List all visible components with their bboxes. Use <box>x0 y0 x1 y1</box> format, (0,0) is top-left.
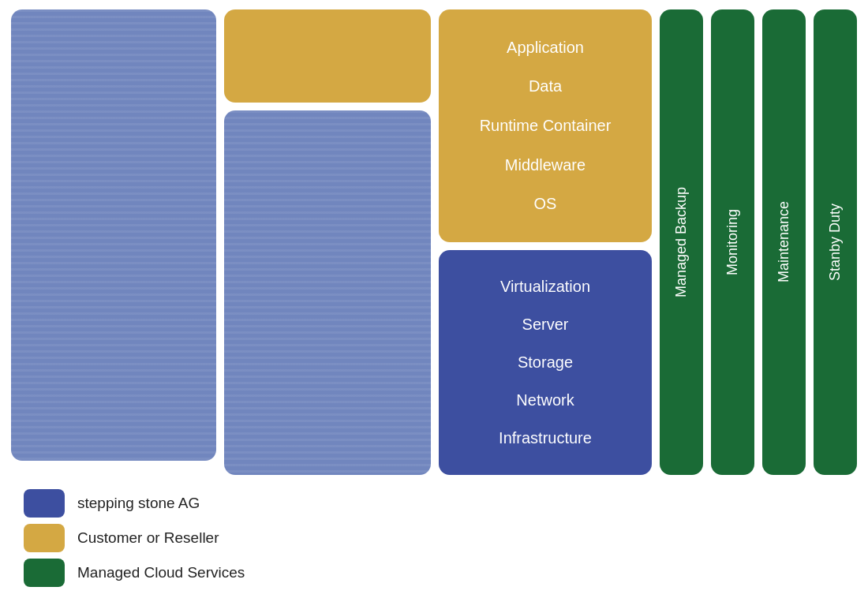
legend-label-1: Customer or Reseller <box>77 529 219 547</box>
managed-services-column: Managed Backup Monitoring Maintenance St… <box>660 9 857 475</box>
managed-bar-backup-label: Managed Backup <box>673 187 690 297</box>
managed-bar-maintenance-label: Maintenance <box>776 201 792 282</box>
managed-bar-monitoring-label: Monitoring <box>724 209 741 275</box>
col3-bottom-blue: Virtualization Server Storage Network In… <box>439 250 652 475</box>
col3-bottom-item-4: Infrastructure <box>499 429 592 447</box>
col3-top-item-1: Data <box>529 77 562 95</box>
legend-item-2: Managed Cloud Services <box>24 559 844 587</box>
legend-swatch-0 <box>24 489 65 518</box>
diagram-area: Application Data Runtime Container Middl… <box>0 0 868 481</box>
managed-bar-stanby-label: Stanby Duty <box>827 204 844 281</box>
col3-top-item-0: Application <box>507 39 584 57</box>
legend-swatch-2 <box>24 559 65 587</box>
col3-bottom-item-0: Virtualization <box>500 278 590 296</box>
managed-bar-monitoring: Monitoring <box>711 9 754 475</box>
col2-stacked <box>224 9 431 475</box>
col1-large-blue <box>11 9 216 461</box>
legend-item-0: stepping stone AG <box>24 489 844 518</box>
col3-top-item-4: OS <box>534 195 557 213</box>
managed-bar-stanby: Stanby Duty <box>814 9 857 475</box>
col3-labeled: Application Data Runtime Container Middl… <box>439 9 652 475</box>
legend-swatch-1 <box>24 524 65 552</box>
col2-bottom-blue <box>224 110 431 475</box>
col3-bottom-item-2: Storage <box>518 353 573 372</box>
legend-label-2: Managed Cloud Services <box>77 564 245 581</box>
col2-top-gold <box>224 9 431 103</box>
managed-bar-maintenance: Maintenance <box>762 9 806 475</box>
legend-item-1: Customer or Reseller <box>24 524 844 552</box>
col3-top-gold: Application Data Runtime Container Middl… <box>439 9 652 242</box>
legend-label-0: stepping stone AG <box>77 495 200 512</box>
col3-top-item-3: Middleware <box>505 156 586 174</box>
col3-bottom-item-3: Network <box>516 391 574 409</box>
col3-bottom-item-1: Server <box>522 316 569 334</box>
col3-top-item-2: Runtime Container <box>480 117 612 135</box>
legend: stepping stone AG Customer or Reseller M… <box>0 481 868 587</box>
managed-bar-backup: Managed Backup <box>660 9 703 475</box>
